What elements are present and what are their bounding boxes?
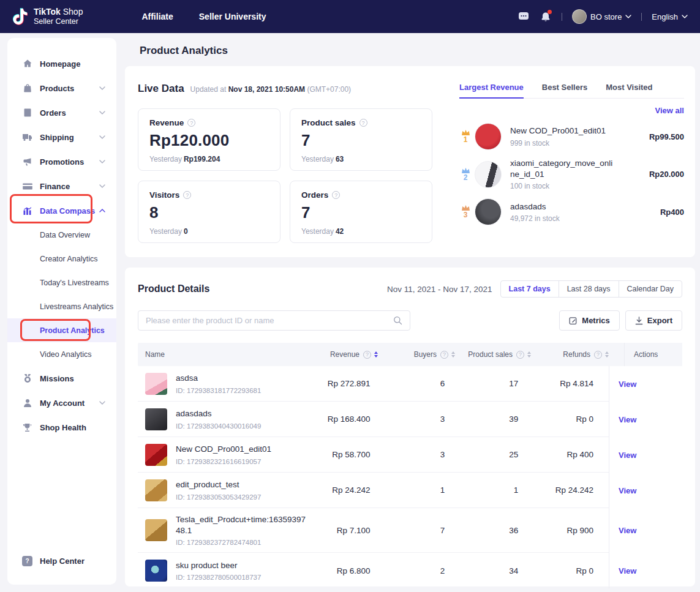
main-content: Product Analytics Live Data Updated at N…: [125, 38, 695, 592]
range-last-7-days-button[interactable]: Last 7 days: [501, 281, 559, 297]
search-icon[interactable]: [393, 316, 402, 325]
range-calendar-day-button[interactable]: Calendar Day: [619, 281, 682, 297]
tiktok-shop-logo[interactable]: TikTok Shop Seller Center: [12, 7, 83, 26]
help-circle-icon[interactable]: ?: [363, 351, 371, 359]
view-link[interactable]: View: [619, 566, 636, 575]
revenue-cell: Rp 6.800: [308, 566, 371, 575]
sidebar-item-missions[interactable]: Missions: [7, 366, 116, 391]
view-link[interactable]: View: [619, 486, 636, 495]
buyers-cell: 7: [370, 526, 445, 535]
help-circle-icon[interactable]: ?: [594, 351, 602, 359]
help-circle-icon[interactable]: ?: [332, 191, 340, 199]
sidebar-item-promotions[interactable]: Promotions: [7, 149, 116, 174]
help-circle-icon[interactable]: ?: [516, 351, 524, 359]
sidebar-item-label: Orders: [40, 108, 66, 118]
export-button[interactable]: Export: [625, 310, 682, 331]
sidebar-item-shipping[interactable]: Shipping: [7, 125, 116, 149]
nav-divider: [562, 13, 562, 21]
product-thumbnail: [145, 444, 167, 466]
sidebar-item-orders[interactable]: Orders: [7, 100, 116, 125]
sidebar-item-homepage[interactable]: Homepage: [7, 51, 116, 76]
product-thumbnail: [145, 560, 167, 582]
view-link[interactable]: View: [619, 451, 636, 460]
table-row: sku product beerID: 1729382780500018737 …: [138, 553, 682, 588]
sidebar-subitem-label: Video Analytics: [40, 350, 92, 359]
updated-zone: (GMT+07:00): [307, 85, 351, 94]
chevron-down-icon: [99, 111, 105, 114]
card-icon: [22, 181, 32, 192]
product-stock: 999 in stock: [510, 139, 649, 148]
sidebar-subitem-creator-analytics[interactable]: Creator Analytics: [7, 247, 116, 271]
product-thumbnail: [145, 519, 167, 541]
logo-subtitle: Seller Center: [34, 17, 83, 26]
rank-3-crown-icon: 3: [459, 204, 472, 219]
chevron-down-icon: [99, 184, 105, 188]
sidebar-item-data-compass[interactable]: Data Compass: [7, 198, 116, 223]
nav-link-affiliate[interactable]: Affiliate: [141, 12, 173, 21]
product-name: adasdads: [176, 408, 261, 419]
document-icon: [22, 108, 32, 118]
ranking-panel: Largest Revenue Best Sellers Most Visite…: [459, 83, 684, 225]
sidebar-item-products[interactable]: Products: [7, 76, 116, 100]
view-link[interactable]: View: [619, 526, 636, 535]
language-selector[interactable]: English: [652, 12, 688, 21]
sidebar-item-label: Promotions: [40, 157, 84, 167]
sidebar-subitem-todays-livestreams[interactable]: Today's Livestreams: [7, 271, 116, 294]
sidebar-subitem-video-analytics[interactable]: Video Analytics: [7, 342, 116, 366]
revenue-cell: Rp 7.100: [308, 526, 371, 535]
sidebar-subitem-label: Data Overview: [40, 231, 90, 239]
revenue-cell: Rp 272.891: [308, 379, 371, 388]
yesterday-label: Yesterday: [301, 155, 334, 163]
help-circle-icon[interactable]: ?: [183, 191, 191, 199]
product-search-input[interactable]: [146, 316, 393, 325]
stat-value: Rp120.000: [149, 131, 269, 150]
store-selector[interactable]: BO store: [572, 9, 631, 24]
revenue-cell: Rp 168.400: [308, 414, 371, 424]
sidebar-item-shop-health[interactable]: Shop Health: [7, 415, 116, 440]
nav-link-seller-university[interactable]: Seller University: [199, 12, 266, 21]
view-all-link[interactable]: View all: [459, 106, 684, 115]
notifications-bell-icon[interactable]: [540, 10, 552, 23]
col-header-buyers: Buyers: [414, 350, 437, 359]
help-circle-icon[interactable]: ?: [187, 119, 195, 127]
help-circle-icon[interactable]: ?: [359, 119, 367, 127]
rank-number: 2: [464, 173, 468, 182]
view-link[interactable]: View: [619, 380, 636, 389]
tab-best-sellers[interactable]: Best Sellers: [542, 83, 587, 92]
sidebar-item-my-account[interactable]: My Account: [7, 391, 116, 415]
table-row: Tesla_edit_Prodcut+time:1635939748.1ID: …: [138, 508, 682, 553]
stat-label: Visitors: [149, 190, 179, 200]
download-icon: [635, 317, 643, 325]
stat-card-revenue: Revenue? Rp120.000 YesterdayRp199.204: [138, 108, 280, 171]
updated-time: Nov 18, 2021 10:50AM: [228, 85, 305, 94]
col-header-revenue: Revenue: [330, 350, 359, 359]
product-price: Rp99.500: [649, 132, 684, 141]
sort-refunds[interactable]: [605, 351, 609, 358]
tab-most-visited[interactable]: Most Visited: [606, 83, 652, 92]
metrics-button[interactable]: Metrics: [559, 310, 620, 331]
help-circle-icon[interactable]: ?: [440, 351, 448, 359]
chat-icon[interactable]: [517, 10, 530, 23]
chevron-down-icon: [99, 135, 105, 139]
buyers-cell: 3: [370, 414, 445, 424]
store-name: BO store: [590, 12, 622, 21]
ranking-item[interactable]: 3 adasdads 49,972 in stock Rp400: [459, 198, 684, 225]
sidebar-subitem-label: Livestreams Analytics: [40, 302, 113, 311]
sidebar-item-finance[interactable]: Finance: [7, 174, 116, 198]
sidebar-subitem-livestreams-analytics[interactable]: Livestreams Analytics: [7, 294, 116, 318]
stat-card-product-sales: Product sales? 7 Yesterday63: [290, 108, 432, 171]
view-link[interactable]: View: [619, 415, 636, 424]
sidebar-subitem-data-overview[interactable]: Data Overview: [7, 223, 116, 247]
logo-title-bold: TikTok: [34, 7, 61, 17]
sidebar-subitem-label: Product Analytics: [40, 326, 105, 335]
help-center-label: Help Center: [40, 556, 85, 566]
ranking-item[interactable]: 2 xiaomi_category_move_online_id_01 100 …: [459, 158, 684, 190]
tab-largest-revenue[interactable]: Largest Revenue: [459, 83, 524, 92]
range-last-28-days-button[interactable]: Last 28 days: [559, 281, 619, 297]
help-center-link[interactable]: ? Help Center: [7, 556, 116, 566]
sidebar-subitem-product-analytics[interactable]: Product Analytics: [7, 318, 116, 342]
product-id: ID: 1729383181772293681: [176, 387, 261, 394]
stat-label: Product sales: [301, 118, 356, 127]
yesterday-value: 0: [184, 227, 188, 236]
ranking-item[interactable]: 1 New COD_Pro001_edit01 999 in stock Rp9…: [459, 123, 684, 150]
